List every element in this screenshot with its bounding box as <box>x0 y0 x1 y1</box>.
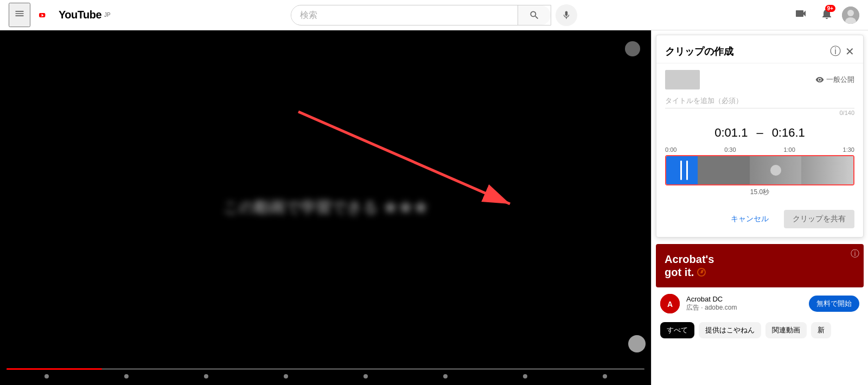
clip-visibility: 一般公開 <box>815 75 854 85</box>
avatar[interactable] <box>842 7 859 24</box>
clip-info-icon[interactable]: ⓘ <box>830 44 841 59</box>
timeline-duration: 15.0秒 <box>665 185 854 199</box>
svg-line-6 <box>298 112 510 204</box>
clip-time-start[interactable]: 0:01.1 <box>714 126 748 140</box>
timeline-strip[interactable] <box>665 155 854 185</box>
sidebar: クリップの作成 ⓘ ✕ 一般公開 タイトルを追加（必須） 0/140 <box>651 30 868 385</box>
video-top-right-button[interactable] <box>625 41 640 56</box>
channel-info: Acrobat DC 広告 · adobe.com <box>686 295 802 312</box>
progress-dot <box>204 374 208 378</box>
ad-line1: Acrobat's <box>665 253 714 266</box>
progress-dot <box>523 374 527 378</box>
cat-tab-related[interactable]: 関連動画 <box>765 322 807 338</box>
progress-bar[interactable] <box>7 368 644 370</box>
upload-button[interactable] <box>790 3 812 27</box>
ad-info-icon[interactable]: ⓘ <box>851 248 859 260</box>
search-input[interactable] <box>291 6 518 24</box>
ad-banner: Acrobat's got it. ⓘ <box>656 244 864 287</box>
cat-tab-provider[interactable]: 提供はこやねん <box>699 322 761 338</box>
progress-dots <box>7 372 644 381</box>
video-bottom-right-circle[interactable] <box>628 335 646 352</box>
video-controls <box>0 364 651 385</box>
timeline-label-1: 0:30 <box>724 146 736 153</box>
cat-tab-all[interactable]: すべて <box>660 322 694 338</box>
subscribe-button[interactable]: 無料で開始 <box>809 296 859 312</box>
progress-dot <box>44 374 49 378</box>
clip-time-row: 0:01.1 – 0:16.1 <box>656 119 863 146</box>
progress-dot <box>284 374 288 378</box>
clip-modal-icons: ⓘ ✕ <box>830 44 854 59</box>
video-blurred-text: この動画で学習できる ★★★ <box>223 197 428 218</box>
svg-text:A: A <box>667 300 673 309</box>
notification-badge: 9+ <box>825 5 835 12</box>
category-tabs: すべて 提供はこやねん 関連動画 新 <box>652 318 868 343</box>
clip-timeline-section: 0:00 0:30 1:00 1:30 <box>656 146 863 203</box>
search-bar <box>291 5 551 25</box>
channel-sub: 広告 · adobe.com <box>686 303 802 312</box>
clip-creation-modal: クリップの作成 ⓘ ✕ 一般公開 タイトルを追加（必須） 0/140 <box>656 35 864 238</box>
progress-dot <box>124 374 129 378</box>
search-button[interactable] <box>518 5 551 25</box>
ad-text: Acrobat's got it. <box>665 253 714 279</box>
header: YouTube JP 9+ <box>0 0 868 30</box>
clip-close-icon[interactable]: ✕ <box>845 45 854 58</box>
header-center <box>117 4 751 26</box>
header-left: YouTube JP <box>9 3 117 27</box>
ad-line2: got it. <box>665 266 714 279</box>
clip-title-placeholder[interactable]: タイトルを追加（必須） <box>665 94 854 108</box>
header-right: 9+ <box>751 3 859 27</box>
cancel-button[interactable]: キャンセル <box>722 210 777 228</box>
youtube-logo[interactable]: YouTube JP <box>39 9 111 21</box>
mic-button[interactable] <box>556 4 577 26</box>
svg-point-3 <box>847 10 854 16</box>
clip-time-dash: – <box>756 126 763 140</box>
main: この動画で学習できる ★★★ <box>0 30 868 385</box>
channel-avatar: A <box>660 294 680 313</box>
youtube-region: JP <box>104 12 111 18</box>
channel-name: Acrobat DC <box>686 295 802 303</box>
menu-button[interactable] <box>9 3 30 27</box>
clip-modal-title: クリップの作成 <box>665 45 733 58</box>
progress-dot <box>363 374 368 378</box>
cat-tab-new[interactable]: 新 <box>811 322 831 338</box>
clip-actions: キャンセル クリップを共有 <box>656 203 863 237</box>
channel-row: A Acrobat DC 広告 · adobe.com 無料で開始 <box>652 290 868 318</box>
youtube-wordmark: YouTube <box>59 9 101 21</box>
timeline-label-2: 1:00 <box>783 146 795 153</box>
timeline-label-3: 1:30 <box>843 146 854 153</box>
clip-time-end[interactable]: 0:16.1 <box>772 126 805 140</box>
share-clip-button[interactable]: クリップを共有 <box>784 210 854 228</box>
timeline-label-0: 0:00 <box>665 146 676 153</box>
clip-thumbnail-row: 一般公開 <box>656 63 863 94</box>
clip-title-row: タイトルを追加（必須） 0/140 <box>656 94 863 119</box>
progress-dot <box>443 374 448 378</box>
timeline-labels: 0:00 0:30 1:00 1:30 <box>665 146 854 155</box>
clip-modal-header: クリップの作成 ⓘ ✕ <box>656 35 863 63</box>
clip-visibility-label: 一般公開 <box>826 75 854 85</box>
clip-thumbnail <box>665 70 700 89</box>
notification-button[interactable]: 9+ <box>816 3 838 27</box>
video-area[interactable]: この動画で学習できる ★★★ <box>0 30 651 385</box>
progress-dot <box>603 374 607 378</box>
clip-char-count: 0/140 <box>665 108 854 117</box>
